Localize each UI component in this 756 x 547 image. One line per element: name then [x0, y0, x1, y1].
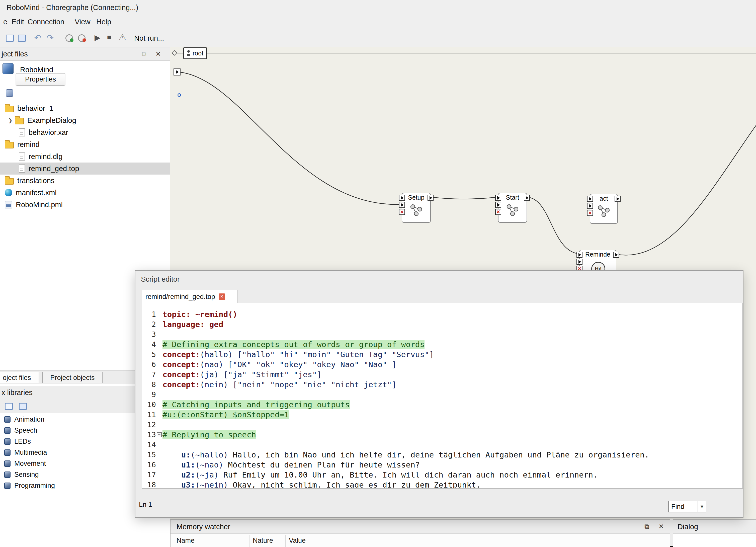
code-text: concept:(hallo) ["hallo" "hi" "moin" "Gu… — [162, 349, 434, 359]
memory-watcher-panel: Memory watcher ⧉ ✕ Name Nature Value — [170, 519, 670, 547]
output-onstopped-connector[interactable] — [613, 252, 619, 258]
column-value[interactable]: Value — [289, 537, 306, 544]
tab-project-files[interactable]: oject files — [0, 372, 39, 383]
tree-item-robomind.pml[interactable]: RoboMind.pml — [0, 199, 170, 211]
library-item-label: Sensing — [14, 471, 39, 479]
box-diagram-icon — [409, 203, 424, 217]
play-icon[interactable]: ▶ — [95, 33, 100, 42]
code-line: 4# Defining extra concepts out of words … — [142, 339, 742, 349]
close-panel-icon[interactable]: ✕ — [155, 50, 161, 58]
tree-item-exampledialog[interactable]: ❯ExampleDialog — [0, 114, 170, 126]
tree-item-remind.dlg[interactable]: remind.dlg — [0, 150, 170, 163]
line-number: 6 — [142, 359, 156, 369]
library-item-label: Movement — [14, 460, 46, 467]
disconnect-icon[interactable] — [77, 33, 87, 43]
close-panel-icon[interactable]: ✕ — [658, 523, 664, 530]
input-connector[interactable] — [576, 259, 582, 265]
library-cube-icon — [4, 438, 11, 445]
script-editor-tab[interactable]: remind/remind_ged.top ✕ — [142, 290, 237, 303]
float-panel-icon[interactable]: ⧉ — [644, 523, 649, 530]
output-onstopped-connector[interactable] — [428, 195, 434, 201]
input-connector[interactable] — [495, 202, 501, 208]
fold-marker-icon[interactable]: − — [157, 432, 162, 437]
column-nature[interactable]: Nature — [253, 537, 273, 544]
tree-item-manifest.xml[interactable]: manifest.xml — [0, 187, 170, 199]
fold-column — [156, 309, 162, 319]
fold-column[interactable]: − — [156, 430, 162, 440]
fold-column — [156, 410, 162, 420]
fold-column — [156, 400, 162, 410]
input-onstop-connector[interactable]: ✕ — [399, 209, 405, 215]
input-onstart-connector[interactable] — [399, 195, 405, 201]
input-onstart-connector[interactable] — [587, 196, 593, 202]
tree-item-translations[interactable]: translations — [0, 175, 170, 187]
flow-box-act[interactable]: act ✕ — [590, 194, 618, 224]
stop-icon[interactable]: ■ — [107, 33, 111, 41]
menu-item-view[interactable]: View — [75, 15, 90, 29]
chevron-right-icon[interactable]: ❯ — [8, 117, 13, 123]
fold-column — [156, 480, 162, 489]
column-name[interactable]: Name — [177, 537, 195, 544]
open-project-icon[interactable] — [17, 33, 27, 43]
chevron-down-icon: ▾ — [698, 501, 703, 512]
tree-item-remind[interactable]: remind — [0, 138, 170, 150]
library-cube-icon — [4, 416, 11, 423]
tree-item-behavior_1[interactable]: behavior_1 — [0, 102, 170, 114]
box-title: Reminde — [580, 251, 616, 258]
line-number: 7 — [142, 369, 156, 379]
fold-column — [156, 369, 162, 379]
input-connector[interactable] — [399, 202, 405, 208]
canvas-onstart-connector[interactable] — [174, 68, 181, 75]
menu-item-file[interactable]: e — [3, 15, 7, 29]
flow-box-setup[interactable]: Setup ✕ — [402, 193, 431, 223]
new-project-icon[interactable] — [5, 33, 15, 43]
tree-item-label: RoboMind.pml — [16, 201, 63, 209]
menu-item-edit[interactable]: Edit — [12, 15, 24, 29]
close-tab-icon[interactable]: ✕ — [219, 293, 225, 300]
code-editor[interactable]: 1topic: ~remind()2language: ged34# Defin… — [142, 303, 743, 489]
line-number: 1 — [142, 309, 156, 319]
titlebar[interactable]: RoboMind - Choregraphe (Connecting...) — [0, 0, 756, 15]
box-title: Start — [498, 194, 527, 201]
code-text: u3:(~nein) Okay, nicht schlim. Ich sage … — [162, 480, 481, 489]
undo-icon[interactable]: ↶ — [34, 33, 41, 43]
tab-project-objects[interactable]: Project objects — [42, 372, 103, 383]
library-cube-icon — [4, 427, 11, 434]
flow-box-start[interactable]: Start ✕ — [498, 193, 527, 223]
menubar: e Edit Connection View Help — [0, 15, 756, 29]
code-text: # Replying to speech — [162, 430, 256, 440]
tree-item-behavior.xar[interactable]: behavior.xar — [0, 126, 170, 138]
code-line: 16 u1:(~nao) Möchtest du deinen Plan für… — [142, 460, 742, 470]
input-onstop-connector[interactable]: ✕ — [495, 209, 501, 215]
tree-item-label: remind_ged.top — [29, 165, 79, 173]
input-onstart-connector[interactable] — [576, 252, 582, 258]
box-libraries-title: x libraries — [0, 386, 33, 399]
dialog-panel-header: Dialog — [673, 520, 756, 534]
robot-icon — [187, 50, 190, 56]
tree-item-remind_ged.top[interactable]: remind_ged.top — [0, 163, 170, 175]
line-number: 11 — [142, 410, 156, 420]
fold-column — [156, 460, 162, 470]
menu-item-connection[interactable]: Connection — [28, 15, 64, 29]
output-onstopped-connector[interactable] — [615, 196, 621, 202]
input-onstart-connector[interactable] — [495, 195, 501, 201]
input-onstop-connector[interactable]: ✕ — [587, 210, 593, 216]
redo-icon[interactable]: ↷ — [47, 33, 54, 43]
code-text: concept:(nao) ["OK" "ok" "okey" "okey Na… — [162, 359, 396, 369]
new-library-icon[interactable] — [18, 401, 28, 411]
tree-item-label: behavior.xar — [29, 128, 68, 137]
breadcrumb-root[interactable]: root — [183, 47, 207, 59]
open-library-icon[interactable] — [4, 401, 14, 411]
box-title: Setup — [402, 194, 430, 201]
find-dropdown[interactable]: Find ▾ — [668, 501, 706, 512]
code-line: 8concept:(nein) ["nein" "nope" "nie" "ni… — [142, 379, 742, 389]
output-onstopped-connector[interactable] — [524, 195, 530, 201]
project-misc-icon[interactable] — [6, 89, 13, 97]
menu-item-help[interactable]: Help — [96, 15, 111, 29]
properties-button[interactable]: Properties — [16, 73, 65, 86]
line-number: 3 — [142, 329, 156, 339]
float-panel-icon[interactable]: ⧉ — [142, 50, 146, 58]
input-connector[interactable] — [587, 203, 593, 209]
fold-column — [156, 450, 162, 460]
connect-icon[interactable] — [64, 33, 74, 43]
